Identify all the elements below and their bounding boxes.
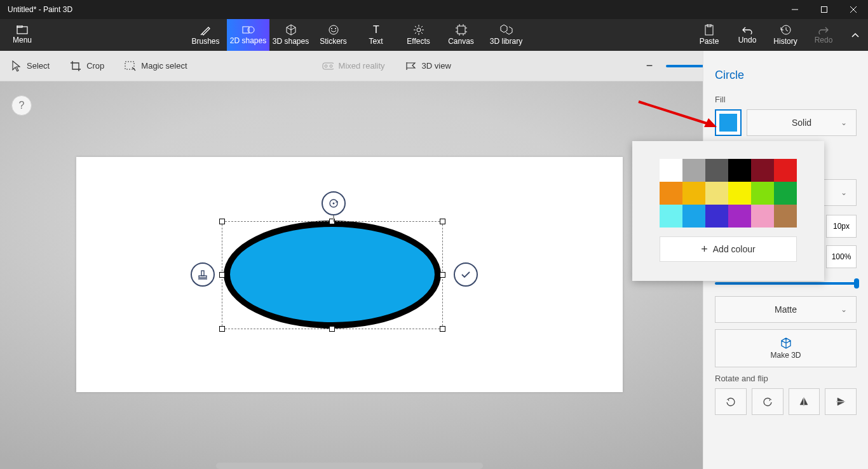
cursor-icon bbox=[10, 60, 22, 72]
select-tool[interactable]: Select bbox=[0, 51, 60, 81]
canvas[interactable] bbox=[76, 157, 623, 392]
opacity-input[interactable]: 100% bbox=[826, 245, 857, 268]
check-icon bbox=[459, 268, 472, 281]
folder-icon bbox=[17, 25, 28, 34]
svg-point-35 bbox=[325, 65, 327, 67]
color-swatch[interactable] bbox=[682, 182, 705, 205]
sidebar-title: Circle bbox=[715, 69, 857, 82]
flip-horizontal-button[interactable] bbox=[789, 388, 820, 415]
magic-select-tool[interactable]: Magic select bbox=[114, 51, 197, 81]
chevron-down-icon: ⌄ bbox=[841, 305, 847, 314]
color-swatch[interactable] bbox=[774, 159, 797, 182]
tab-canvas[interactable]: Canvas bbox=[440, 19, 482, 51]
history-button[interactable]: History bbox=[766, 19, 804, 51]
window-controls bbox=[780, 0, 868, 19]
tab-text[interactable]: T Text bbox=[355, 19, 397, 51]
chevron-down-icon: ⌄ bbox=[841, 188, 847, 197]
svg-text:T: T bbox=[373, 24, 379, 35]
rotate-cw-icon bbox=[762, 396, 773, 407]
rotate-ccw-button[interactable] bbox=[715, 388, 747, 415]
color-swatch[interactable] bbox=[705, 182, 728, 205]
resize-handle-br[interactable] bbox=[440, 326, 445, 332]
sticker-icon bbox=[328, 24, 339, 36]
selection-box[interactable] bbox=[222, 221, 443, 329]
fill-color-swatch[interactable] bbox=[715, 109, 742, 136]
color-swatch[interactable] bbox=[728, 182, 751, 205]
fill-label: Fill bbox=[715, 95, 857, 104]
minimize-button[interactable] bbox=[780, 0, 810, 19]
undo-button[interactable]: Undo bbox=[728, 19, 766, 51]
resize-handle-b[interactable] bbox=[329, 326, 335, 332]
fill-type-dropdown[interactable]: Solid ⌄ bbox=[747, 109, 857, 136]
color-swatch[interactable] bbox=[660, 182, 682, 205]
resize-handle-bl[interactable] bbox=[219, 326, 225, 332]
color-swatch[interactable] bbox=[751, 182, 774, 205]
window-title: Untitled* - Paint 3D bbox=[8, 5, 780, 14]
tab-3d-library[interactable]: 3D library bbox=[482, 19, 530, 51]
color-swatch[interactable] bbox=[705, 205, 728, 228]
stamp-icon bbox=[196, 268, 209, 281]
maximize-button[interactable] bbox=[810, 0, 839, 19]
rotate-handle[interactable] bbox=[322, 191, 346, 215]
color-swatch[interactable] bbox=[774, 205, 797, 228]
svg-rect-40 bbox=[199, 276, 207, 278]
flip-h-icon bbox=[798, 396, 810, 407]
resize-handle-l[interactable] bbox=[219, 272, 225, 278]
redo-icon bbox=[818, 25, 829, 34]
help-button[interactable]: ? bbox=[11, 95, 32, 116]
effects-icon bbox=[413, 24, 424, 36]
horizontal-scrollbar[interactable] bbox=[216, 463, 483, 469]
color-swatch[interactable] bbox=[705, 159, 728, 182]
tab-brushes[interactable]: Brushes bbox=[184, 19, 227, 51]
plus-icon: + bbox=[701, 243, 708, 256]
brush-icon bbox=[200, 24, 212, 36]
opacity-slider[interactable] bbox=[715, 282, 857, 285]
undo-icon bbox=[742, 25, 753, 34]
crop-tool[interactable]: Crop bbox=[60, 51, 114, 81]
ribbon: Menu Brushes 2D shapes 3D shapes Sticker… bbox=[0, 19, 868, 51]
tab-stickers[interactable]: Stickers bbox=[312, 19, 355, 51]
resize-handle-tr[interactable] bbox=[440, 219, 445, 224]
ribbon-right: Paste Undo History Redo bbox=[690, 19, 868, 51]
make-3d-button[interactable]: Make 3D bbox=[715, 329, 857, 367]
rotate-cw-button[interactable] bbox=[752, 388, 783, 415]
tab-effects[interactable]: Effects bbox=[397, 19, 440, 51]
color-swatch[interactable] bbox=[774, 182, 797, 205]
thickness-input[interactable]: 10px bbox=[826, 215, 857, 238]
stamp-button[interactable] bbox=[191, 262, 215, 287]
svg-line-18 bbox=[421, 32, 423, 34]
rotate-flip-label: Rotate and flip bbox=[715, 374, 857, 383]
close-button[interactable] bbox=[839, 0, 868, 19]
resize-handle-r[interactable] bbox=[440, 272, 445, 278]
expand-ribbon-button[interactable] bbox=[843, 19, 868, 51]
menu-button[interactable]: Menu bbox=[0, 19, 44, 51]
color-swatch[interactable] bbox=[660, 205, 682, 228]
flip-vertical-button[interactable] bbox=[825, 388, 857, 415]
confirm-button[interactable] bbox=[454, 262, 478, 287]
svg-line-20 bbox=[415, 32, 416, 34]
svg-rect-4 bbox=[17, 27, 27, 34]
paste-button[interactable]: Paste bbox=[690, 19, 728, 51]
zoom-out-button[interactable]: − bbox=[642, 58, 657, 74]
material-dropdown[interactable]: Matte ⌄ bbox=[715, 296, 857, 323]
menu-label: Menu bbox=[13, 36, 32, 44]
svg-rect-39 bbox=[201, 271, 204, 276]
clipboard-icon bbox=[704, 24, 714, 36]
color-swatch[interactable] bbox=[728, 159, 751, 182]
tab-3d-shapes[interactable]: 3D shapes bbox=[269, 19, 312, 51]
color-swatch[interactable] bbox=[660, 159, 682, 182]
svg-point-10 bbox=[335, 28, 336, 29]
color-swatch[interactable] bbox=[751, 205, 774, 228]
title-bar: Untitled* - Paint 3D bbox=[0, 0, 868, 19]
color-swatch[interactable] bbox=[682, 205, 705, 228]
add-colour-button[interactable]: + Add colour bbox=[660, 236, 797, 262]
resize-handle-tl[interactable] bbox=[219, 219, 225, 224]
color-swatch[interactable] bbox=[682, 159, 705, 182]
color-swatch[interactable] bbox=[751, 159, 774, 182]
color-swatch[interactable] bbox=[728, 205, 751, 228]
svg-point-38 bbox=[333, 203, 335, 205]
color-picker-popup: + Add colour bbox=[632, 141, 824, 281]
flip-v-icon bbox=[835, 396, 846, 407]
tab-2d-shapes[interactable]: 2D shapes bbox=[227, 19, 269, 51]
3d-view-tool[interactable]: 3D view bbox=[395, 51, 461, 81]
